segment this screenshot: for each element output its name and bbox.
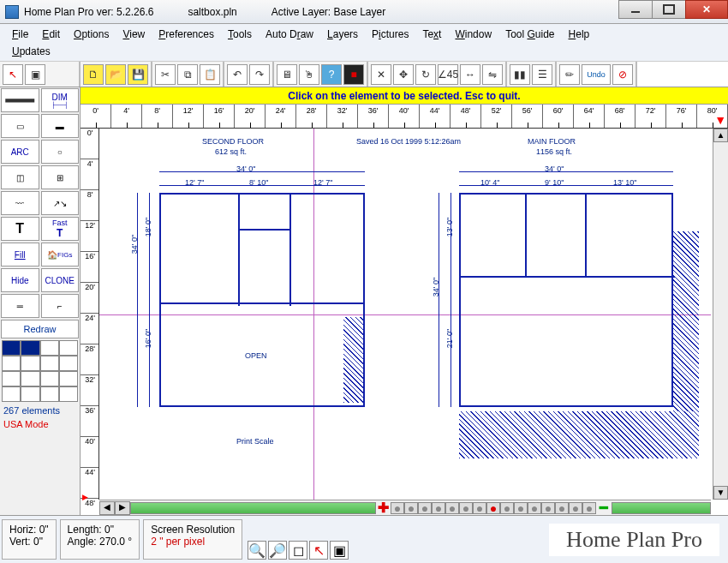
menu-layers[interactable]: Layers xyxy=(320,27,365,42)
measure-button[interactable]: ↔ xyxy=(460,64,480,85)
angle-button[interactable]: ∠45 xyxy=(438,64,458,85)
zoom-fit-icon[interactable]: ◻ xyxy=(289,541,307,560)
minimize-button[interactable] xyxy=(618,0,653,19)
menu-pictures[interactable]: Pictures xyxy=(365,27,415,42)
vertical-scrollbar[interactable]: ▲ ▼ xyxy=(713,129,728,500)
titlebar: Home Plan Pro ver: 5.2.26.6 saltbox.pln … xyxy=(0,0,728,24)
zoom-out-icon[interactable]: 🔎 xyxy=(268,541,287,560)
move-button[interactable]: ✥ xyxy=(393,64,414,85)
bottom-slider: ◀ ▶ ✚ ●●●● ●●● ● ●●●● ●●● ━ xyxy=(99,500,711,515)
paste-button[interactable]: 📋 xyxy=(200,64,220,85)
menu-autodraw[interactable]: Auto Draw xyxy=(259,27,320,42)
slider-track[interactable] xyxy=(130,502,376,514)
menu-preferences[interactable]: Preferences xyxy=(152,27,221,42)
cut-button[interactable]: ✂ xyxy=(155,64,176,85)
zoom-controls: 🔍 🔎 ◻ ↖ ▣ xyxy=(244,516,352,563)
second-floor-sqft: 612 sq ft. xyxy=(215,147,247,156)
menubar: File Edit Options View Preferences Tools… xyxy=(0,24,728,62)
new-file-button[interactable]: 🗋 xyxy=(83,64,104,85)
bracket-tool[interactable]: ⌐ xyxy=(41,294,80,318)
app-icon xyxy=(5,5,19,19)
menu-file[interactable]: File xyxy=(5,27,35,42)
element-count: 267 elements xyxy=(0,404,80,417)
rotate-button[interactable]: ↻ xyxy=(415,64,436,85)
rect-tool[interactable]: ▭ xyxy=(1,114,39,138)
flip-v-button[interactable]: ☰ xyxy=(532,64,552,85)
menu-edit[interactable]: Edit xyxy=(35,27,67,42)
main-floor-sqft: 1156 sq ft. xyxy=(536,147,572,156)
redraw-button[interactable]: Redraw xyxy=(1,320,79,338)
mode-label: USA Mode xyxy=(0,417,80,431)
close-button[interactable] xyxy=(685,0,728,19)
hide-tool[interactable]: Hide xyxy=(1,268,39,292)
active-layer: Active Layer: Base Layer xyxy=(272,6,385,18)
line-tool[interactable] xyxy=(1,88,39,112)
eraser-button[interactable]: ✏ xyxy=(559,64,580,85)
drawing-canvas[interactable]: SECOND FLOOR 612 sq ft. Saved 16 Oct 199… xyxy=(99,129,711,500)
delete-button[interactable]: ✕ xyxy=(371,64,391,85)
undo-button[interactable]: ↶ xyxy=(227,64,248,85)
main-floor-label: MAIN FLOOR xyxy=(528,137,576,146)
menu-updates[interactable]: Updates xyxy=(5,44,57,59)
figs-tool[interactable]: 🏠FIGs xyxy=(41,243,80,267)
wall-tool[interactable]: ═ xyxy=(1,294,39,318)
save-file-button[interactable]: 💾 xyxy=(128,64,148,85)
app-title: Home Plan Pro ver: 5.2.26.6 xyxy=(24,6,153,18)
flip-h-button[interactable]: ▮▮ xyxy=(510,64,530,85)
hint-bar: Click on the element to be selected. Esc… xyxy=(81,87,728,105)
redo-button[interactable]: ↷ xyxy=(249,64,270,85)
menu-options[interactable]: Options xyxy=(67,27,116,42)
clone-tool[interactable]: CLONE xyxy=(41,268,80,292)
menu-window[interactable]: Window xyxy=(448,27,498,42)
screen-button[interactable]: 🖥 xyxy=(277,64,297,85)
status-measure: Length: 0" Angle: 270.0 ° xyxy=(60,519,140,560)
saved-label: Saved 16 Oct 1999 5:12:26am xyxy=(356,137,461,146)
copy-button[interactable]: ⧉ xyxy=(177,64,198,85)
dim-tool[interactable]: DIM├──┤ xyxy=(41,88,80,112)
mirror-button[interactable]: ⇋ xyxy=(482,64,503,85)
zoom-in-icon[interactable]: 🔍 xyxy=(248,541,266,560)
exit-button[interactable]: ■ xyxy=(343,64,364,85)
open-file-button[interactable]: 📂 xyxy=(105,64,126,85)
help-button[interactable]: ? xyxy=(321,64,342,85)
zoom-window-icon[interactable]: ▣ xyxy=(330,541,349,560)
curve-tool[interactable]: 〰 xyxy=(1,191,39,215)
circle-tool[interactable]: ○ xyxy=(41,140,80,164)
menu-text[interactable]: Text xyxy=(415,27,448,42)
plus-icon[interactable]: ✚ xyxy=(376,500,391,516)
minus-icon[interactable]: ━ xyxy=(596,500,612,516)
polyline-tool[interactable]: ↗↘ xyxy=(41,191,80,215)
second-floor-label: SECOND FLOOR xyxy=(202,137,264,146)
door-tool[interactable]: ◫ xyxy=(1,165,39,189)
ruler-marker-icon: ▼ xyxy=(714,113,726,127)
status-position: Horiz: 0" Vert: 0" xyxy=(2,519,57,560)
ruler-v-marker-icon: ▶ xyxy=(82,493,88,501)
undo-text-button[interactable]: Undo xyxy=(582,64,611,85)
scroll-left-icon[interactable]: ◀ xyxy=(99,501,115,515)
top-toolbar: ↖ ▣ 🗋 📂 💾 ✂ ⧉ 📋 ↶ ↷ 🖥 🖱 ? ■ ✕ ✥ ↻ ∠45 ↔ … xyxy=(0,62,728,87)
maximize-button[interactable] xyxy=(652,0,686,19)
watermark: Home Plan Pro xyxy=(549,524,719,556)
status-resolution: Screen Resolution 2 " per pixel xyxy=(143,519,242,560)
mouse-button[interactable]: 🖱 xyxy=(299,64,319,85)
text-tool[interactable]: T xyxy=(1,217,39,241)
status-bar: Horiz: 0" Vert: 0" Length: 0" Angle: 270… xyxy=(0,515,728,563)
zoom-select-icon[interactable]: ↖ xyxy=(309,541,328,560)
menu-tools[interactable]: Tools xyxy=(221,27,259,42)
arc-tool[interactable]: ARC xyxy=(1,140,39,164)
cancel-button[interactable]: ⊘ xyxy=(612,64,633,85)
scroll-up-icon[interactable]: ▲ xyxy=(713,129,728,142)
vertical-ruler: 0'4'8'12'16'20'24'28'32'36'40'44'48'52' … xyxy=(81,129,99,500)
fill-tool[interactable]: Fill xyxy=(1,243,39,267)
fast-text-tool[interactable]: FastT xyxy=(41,217,80,241)
rect-fill-tool[interactable]: ▬ xyxy=(41,114,80,138)
menu-view[interactable]: View xyxy=(116,27,152,42)
second-floor-outline xyxy=(159,193,365,304)
scroll-right-icon[interactable]: ▶ xyxy=(115,501,130,515)
menu-help[interactable]: Help xyxy=(562,27,597,42)
window-tool[interactable]: ⊞ xyxy=(41,165,80,189)
color-palette[interactable] xyxy=(2,340,78,402)
scroll-down-icon[interactable]: ▼ xyxy=(713,486,728,500)
menu-toolguide[interactable]: Tool Guide xyxy=(498,27,561,42)
filename: saltbox.pln xyxy=(188,6,236,18)
